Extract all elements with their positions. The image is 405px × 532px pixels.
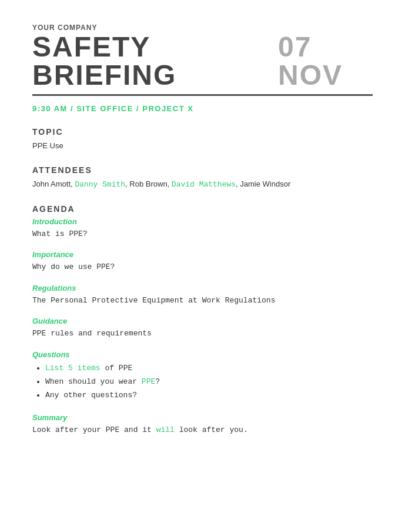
- topic-heading: TOPIC: [32, 127, 373, 137]
- agenda-section: AGENDA Introduction What is PPE? Importa…: [32, 204, 373, 436]
- header-divider: [32, 94, 373, 96]
- agenda-item-summary: Summary Look after your PPE and it will …: [32, 413, 373, 436]
- agenda-introduction-title: Introduction: [32, 217, 373, 226]
- agenda-guidance-desc: PPE rules and requirements: [32, 328, 373, 340]
- agenda-item-guidance: Guidance PPE rules and requirements: [32, 317, 373, 340]
- title-main: SAFETY BRIEFING: [32, 33, 271, 89]
- attendees-section: ATTENDEES John Amott, Danny Smith, Rob B…: [32, 165, 373, 191]
- agenda-item-questions: Questions List 5 items of PPE When shoul…: [32, 350, 373, 403]
- agenda-guidance-title: Guidance: [32, 317, 373, 325]
- agenda-importance-title: Importance: [32, 250, 373, 259]
- agenda-heading: AGENDA: [32, 204, 373, 214]
- title-date: 07 NOV: [278, 33, 373, 89]
- agenda-item-importance: Importance Why do we use PPE?: [32, 250, 373, 273]
- agenda-regulations-desc: The Personal Protective Equipment at Wor…: [32, 295, 373, 307]
- questions-list: List 5 items of PPE When should you wear…: [32, 361, 373, 403]
- topic-value: PPE Use: [32, 140, 373, 152]
- question-item-1: List 5 items of PPE: [45, 361, 373, 375]
- question-item-3: Any other questions?: [45, 388, 373, 402]
- agenda-item-introduction: Introduction What is PPE?: [32, 217, 373, 240]
- company-name: YOUR COMPANY: [32, 24, 373, 32]
- agenda-summary-desc: Look after your PPE and it will look aft…: [32, 424, 373, 436]
- agenda-item-regulations: Regulations The Personal Protective Equi…: [32, 284, 373, 307]
- subtitle: 9:30 AM / SITE OFFICE / PROJECT X: [32, 104, 373, 113]
- attendees-value: John Amott, Danny Smith, Rob Brown, Davi…: [32, 178, 373, 191]
- agenda-regulations-title: Regulations: [32, 284, 373, 292]
- agenda-importance-desc: Why do we use PPE?: [32, 261, 373, 273]
- agenda-questions-title: Questions: [32, 350, 373, 359]
- agenda-introduction-desc: What is PPE?: [32, 228, 373, 240]
- attendees-heading: ATTENDEES: [32, 165, 373, 175]
- agenda-summary-title: Summary: [32, 413, 373, 422]
- question-item-2: When should you wear PPE?: [45, 375, 373, 388]
- topic-section: TOPIC PPE Use: [32, 127, 373, 152]
